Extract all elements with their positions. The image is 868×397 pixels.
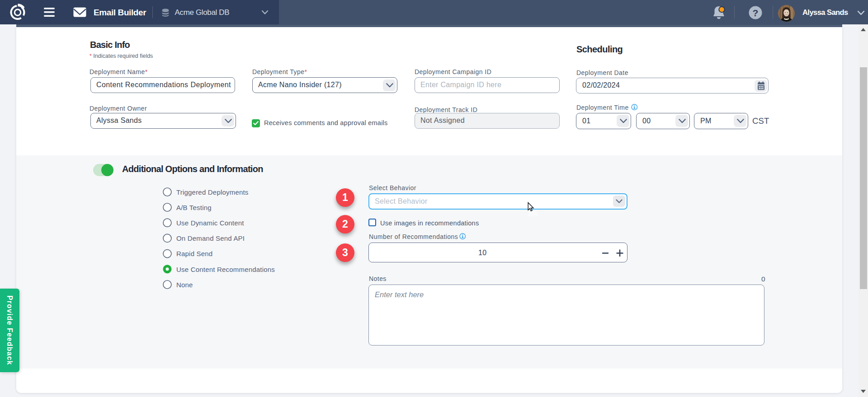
svg-text:?: ? <box>753 8 759 18</box>
